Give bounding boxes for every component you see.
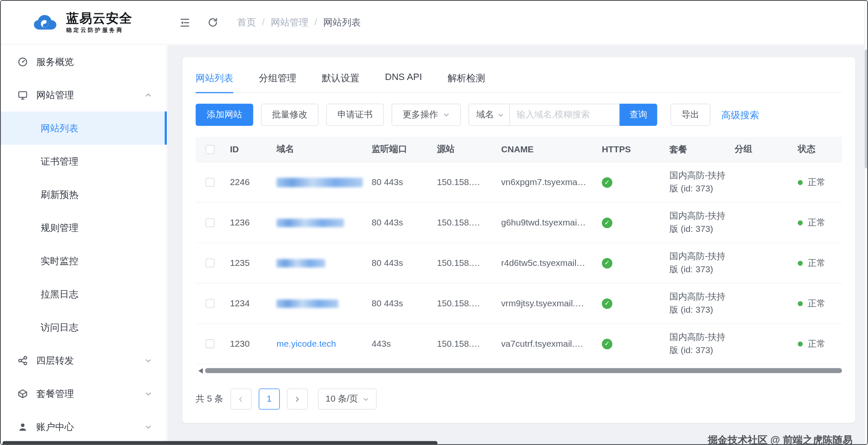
page-vertical-scrollbar[interactable] bbox=[864, 1, 868, 445]
box-icon bbox=[17, 388, 28, 399]
brand-logo: 蓝易云安全 稳定云防护服务商 bbox=[1, 11, 167, 34]
sidebar-subitem-rule-management[interactable]: 规则管理 bbox=[1, 211, 166, 244]
cell-https: ✓ bbox=[597, 258, 665, 268]
col-id: ID bbox=[226, 144, 272, 154]
brand-text: 蓝易云安全 稳定云防护服务商 bbox=[66, 11, 132, 34]
chevron-down-icon bbox=[443, 111, 450, 118]
search-input[interactable] bbox=[510, 104, 619, 126]
select-all-cell bbox=[196, 145, 226, 154]
cell-status: 正常 bbox=[794, 297, 842, 309]
status-text: 正常 bbox=[808, 257, 825, 269]
row-checkbox[interactable] bbox=[206, 178, 215, 187]
row-checkbox[interactable] bbox=[206, 218, 215, 227]
sidebar-item-account-center[interactable]: 账户中心 bbox=[1, 410, 166, 443]
batch-edit-button[interactable]: 批量修改 bbox=[261, 104, 318, 126]
main-content: 网站列表 分组管理 默认设置 DNS API 解析检测 添加网站 批量修改 申请… bbox=[167, 45, 868, 445]
export-button[interactable]: 导出 bbox=[670, 104, 710, 126]
table-horizontal-scrollbar[interactable] bbox=[196, 367, 842, 374]
scrollbar-thumb[interactable] bbox=[205, 368, 842, 373]
apply-cert-button[interactable]: 申请证书 bbox=[326, 104, 384, 126]
add-site-button[interactable]: 添加网站 bbox=[196, 104, 253, 126]
scroll-left-arrow-icon[interactable] bbox=[196, 368, 203, 374]
sidebar-item-label: 账户中心 bbox=[36, 420, 74, 433]
sidebar-item-service-overview[interactable]: 服务概览 bbox=[1, 45, 166, 78]
submenu-label: 实时监控 bbox=[41, 254, 78, 267]
cell-domain bbox=[272, 177, 367, 187]
brand-cloud-icon bbox=[31, 11, 60, 34]
sidebar-subitem-cert-management[interactable]: 证书管理 bbox=[1, 145, 166, 178]
sidebar-subitem-access-log[interactable]: 访问日志 bbox=[1, 311, 166, 344]
sidebar-subitem-site-list[interactable]: 网站列表 bbox=[1, 111, 166, 145]
chevron-up-icon bbox=[145, 91, 152, 99]
tab-default-settings[interactable]: 默认设置 bbox=[322, 71, 359, 92]
app-window: 蓝易云安全 稳定云防护服务商 首页 / 网站管理 / 网站列表 bbox=[0, 0, 868, 445]
app-viewport: 蓝易云安全 稳定云防护服务商 首页 / 网站管理 / 网站列表 bbox=[1, 1, 868, 445]
more-actions-button[interactable]: 更多操作 bbox=[392, 104, 461, 126]
query-button[interactable]: 查询 bbox=[619, 104, 657, 126]
chevron-down-icon bbox=[363, 396, 369, 402]
sidebar-subitem-blacklist-log[interactable]: 拉黑日志 bbox=[1, 277, 166, 311]
breadcrumb-site-management[interactable]: 网站管理 bbox=[271, 16, 308, 29]
cell-https: ✓ bbox=[597, 339, 665, 349]
current-page-button[interactable]: 1 bbox=[259, 388, 280, 409]
row-select-cell bbox=[196, 259, 226, 268]
chevron-down-icon bbox=[145, 390, 152, 397]
chevron-down-icon bbox=[145, 357, 152, 364]
refresh-button[interactable] bbox=[207, 17, 218, 28]
row-checkbox[interactable] bbox=[206, 299, 215, 308]
toolbar: 添加网站 批量修改 申请证书 更多操作 域名 bbox=[196, 104, 842, 126]
https-enabled-icon: ✓ bbox=[602, 298, 613, 309]
advanced-search-link[interactable]: 高级搜索 bbox=[722, 108, 759, 121]
cell-https: ✓ bbox=[597, 217, 665, 228]
row-checkbox[interactable] bbox=[206, 339, 215, 348]
cell-domain: me.yicode.tech bbox=[272, 339, 367, 348]
row-checkbox[interactable] bbox=[206, 259, 215, 268]
cell-cname: va7cutrf.tsyexmail.… bbox=[497, 339, 598, 348]
pagination-total: 共 5 条 bbox=[196, 393, 223, 405]
tab-site-list[interactable]: 网站列表 bbox=[196, 71, 233, 92]
page-horizontal-scrollbar-thumb[interactable] bbox=[3, 441, 438, 445]
refresh-icon bbox=[207, 17, 218, 28]
domain-link[interactable]: me.yicode.tech bbox=[276, 339, 336, 348]
tab-dns-api[interactable]: DNS API bbox=[385, 71, 422, 91]
cell-origin: 150.158.… bbox=[433, 339, 497, 348]
tab-resolution-check[interactable]: 解析检测 bbox=[447, 71, 485, 92]
col-ports: 监听端口 bbox=[367, 143, 433, 155]
submenu-label: 访问日志 bbox=[41, 321, 78, 334]
next-page-button[interactable] bbox=[287, 388, 308, 409]
table-row: 123680 443s150.158.…g6hu9twd.tsyexmai…✓国… bbox=[196, 203, 842, 243]
cell-id: 1235 bbox=[226, 258, 272, 268]
breadcrumb: 首页 / 网站管理 / 网站列表 bbox=[237, 16, 361, 29]
sidebar-collapse-button[interactable] bbox=[179, 17, 191, 28]
breadcrumb-separator: / bbox=[262, 17, 265, 28]
sidebar-item-layer4-forwarding[interactable]: 四层转发 bbox=[1, 344, 166, 377]
row-select-cell bbox=[196, 218, 226, 227]
prev-page-button[interactable] bbox=[230, 388, 251, 409]
odometer-icon bbox=[17, 57, 28, 67]
tab-group-management[interactable]: 分组管理 bbox=[259, 71, 296, 92]
breadcrumb-separator: / bbox=[315, 17, 317, 28]
cell-ports: 80 443s bbox=[367, 177, 433, 187]
breadcrumb-home[interactable]: 首页 bbox=[237, 16, 256, 29]
cell-plan: 国内高防-扶持版 (id: 373) bbox=[665, 169, 730, 195]
search-field-select[interactable]: 域名 bbox=[469, 104, 510, 126]
sidebar-item-label: 网站管理 bbox=[36, 88, 74, 101]
status-dot bbox=[798, 220, 803, 225]
cell-id: 2246 bbox=[226, 177, 272, 187]
https-enabled-icon: ✓ bbox=[602, 339, 613, 349]
page-size-select[interactable]: 10 条/页 bbox=[318, 388, 377, 409]
sidebar-subitem-realtime-monitor[interactable]: 实时监控 bbox=[1, 244, 166, 277]
top-header: 蓝易云安全 稳定云防护服务商 首页 / 网站管理 / 网站列表 bbox=[1, 1, 868, 45]
cell-cname: vn6xpgm7.tsyexma… bbox=[497, 177, 598, 187]
sidebar-subitem-refresh-preheat[interactable]: 刷新预热 bbox=[1, 178, 166, 211]
more-actions-label: 更多操作 bbox=[403, 109, 438, 120]
breadcrumb-current: 网站列表 bbox=[323, 16, 361, 29]
cell-cname: g6hu9twd.tsyexmai… bbox=[497, 218, 598, 228]
col-cname: CNAME bbox=[497, 144, 598, 154]
sidebar-item-site-management[interactable]: 网站管理 bbox=[1, 78, 166, 111]
vertical-scrollbar-thumb[interactable] bbox=[865, 49, 868, 168]
page-size-label: 10 条/页 bbox=[326, 393, 358, 405]
col-domain: 域名 bbox=[272, 143, 367, 155]
select-all-checkbox[interactable] bbox=[206, 145, 215, 154]
sidebar-item-plan-management[interactable]: 套餐管理 bbox=[1, 377, 166, 410]
